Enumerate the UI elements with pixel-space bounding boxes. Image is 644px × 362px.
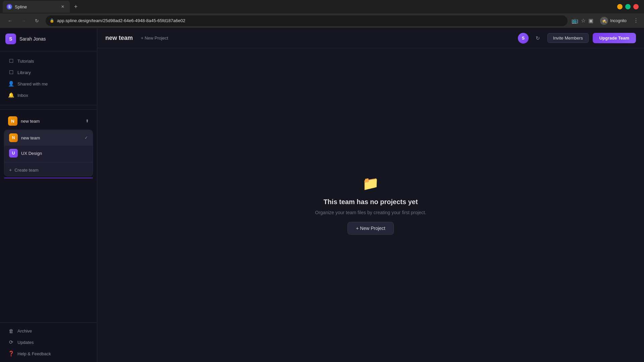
archive-icon: 🗑 [8,328,14,334]
tab-bar: S Spline ✕ + [0,0,644,13]
app: S Sarah Jonas ☐ Tutorials ☐ Library 👤 Sh… [0,28,644,362]
sidebar-item-library[interactable]: ☐ Library [3,67,94,78]
sidebar-item-help[interactable]: ❓ Help & Feedback [3,348,94,359]
sidebar-item-inbox[interactable]: 🔔 Inbox [3,89,94,101]
minimize-button[interactable] [617,4,623,9]
team-header[interactable]: N new team ⬆ [3,114,94,128]
main-team-title: new team [105,35,133,42]
create-team-label: Create team [14,168,39,173]
sidebar: S Sarah Jonas ☐ Tutorials ☐ Library 👤 Sh… [0,28,97,362]
user-name: Sarah Jonas [19,36,46,42]
tab-close-button[interactable]: ✕ [60,4,66,10]
archive-label: Archive [17,328,32,334]
window-controls [617,4,641,9]
forward-button[interactable]: → [19,16,28,25]
library-label: Library [17,70,31,75]
tab-favicon: S [7,4,12,9]
help-label: Help & Feedback [17,351,51,356]
dropdown-avatar-n: N [9,133,18,142]
dropdown-team-name-2: UX Design [21,151,88,156]
header-right: S ↻ Invite Members Upgrade Team [518,33,636,44]
url-text: app.spline.design/team/25d98ad2-64e6-494… [57,18,185,23]
dropdown-item-new-team[interactable]: N new team ✓ [4,130,93,145]
book-icon: ☐ [8,58,14,64]
close-window-button[interactable] [633,4,639,9]
main-area: new team + New Project S ↻ Invite Member… [97,28,644,362]
reload-button[interactable]: ↻ [32,16,42,25]
dropdown-divider [4,162,93,163]
empty-state: 📁 This team has no projects yet Organize… [315,176,426,235]
menu-icon[interactable]: ⋮ [633,17,639,24]
new-tab-button[interactable]: + [71,2,80,11]
tab-title: Spline [15,4,27,9]
folder-icon: 📁 [362,176,379,191]
sidebar-item-updates[interactable]: ⟳ Updates [3,337,94,348]
maximize-button[interactable] [625,4,631,9]
tutorials-label: Tutorials [17,59,34,64]
shared-icon: 👤 [8,81,14,87]
plus-icon: + [9,167,12,173]
team-name: new team [21,119,82,124]
team-section: N new team ⬆ N new team ✓ U UX Design + [0,109,97,178]
sidebar-icon[interactable]: ▣ [588,17,593,24]
invite-members-button[interactable]: Invite Members [547,33,589,43]
browser-chrome: S Spline ✕ + ← → ↻ 🔒 app.spline.design/t… [0,0,644,28]
empty-state-subtitle: Organize your team files by creating you… [315,210,426,215]
updates-label: Updates [17,340,34,345]
library-icon: ☐ [8,69,14,75]
dropdown-avatar-u: U [9,149,18,158]
incognito-label: Incognito [610,18,627,23]
sidebar-bottom: 🗑 Archive ⟳ Updates ❓ Help & Feedback [0,322,97,362]
create-team-button[interactable]: + Create team [4,164,93,176]
lock-icon: 🔒 [50,18,54,23]
user-header[interactable]: S Sarah Jonas [0,28,97,50]
sidebar-item-archive[interactable]: 🗑 Archive [3,325,94,337]
back-button[interactable]: ← [5,16,15,25]
sidebar-item-shared-with-me[interactable]: 👤 Shared with me [3,78,94,89]
main-header: new team + New Project S ↻ Invite Member… [97,28,644,48]
new-project-main-button[interactable]: + New Project [347,222,394,235]
dropdown-item-ux-design[interactable]: U UX Design [4,145,93,161]
sidebar-item-tutorials[interactable]: ☐ Tutorials [3,55,94,67]
inbox-label: Inbox [17,93,28,98]
sidebar-nav: ☐ Tutorials ☐ Library 👤 Shared with me 🔔… [0,53,97,104]
help-icon: ❓ [8,351,14,357]
refresh-button[interactable]: ↻ [533,33,543,44]
incognito-badge[interactable]: 🕵 Incognito [596,15,631,26]
bookmark-icon[interactable]: ☆ [581,17,586,24]
toolbar-right: 📺 ☆ ▣ 🕵 Incognito ⋮ [572,15,639,26]
incognito-icon: 🕵 [600,17,608,25]
empty-state-title: This team has no projects yet [323,198,418,206]
shared-label: Shared with me [17,81,48,86]
team-dropdown: N new team ✓ U UX Design + Create team [4,130,93,176]
updates-icon: ⟳ [8,339,14,345]
main-content: 📁 This team has no projects yet Organize… [97,48,644,362]
sidebar-divider [0,51,97,51]
inbox-icon: 🔔 [8,92,14,98]
address-bar: ← → ↻ 🔒 app.spline.design/team/25d98ad2-… [0,13,644,28]
url-bar[interactable]: 🔒 app.spline.design/team/25d98ad2-64e6-4… [46,15,568,26]
dropdown-line [4,178,93,178]
screen-cast-icon: 📺 [572,17,578,24]
check-icon: ✓ [85,135,88,140]
header-avatar[interactable]: S [518,33,529,44]
new-project-header-button[interactable]: + New Project [138,34,171,42]
chevron-up-icon: ⬆ [86,119,89,123]
sidebar-divider-2 [0,105,97,105]
active-tab[interactable]: S Spline ✕ [3,1,70,13]
dropdown-team-name-1: new team [21,135,81,140]
user-avatar: S [5,34,16,44]
upgrade-team-button[interactable]: Upgrade Team [593,33,636,43]
team-avatar: N [8,116,17,126]
